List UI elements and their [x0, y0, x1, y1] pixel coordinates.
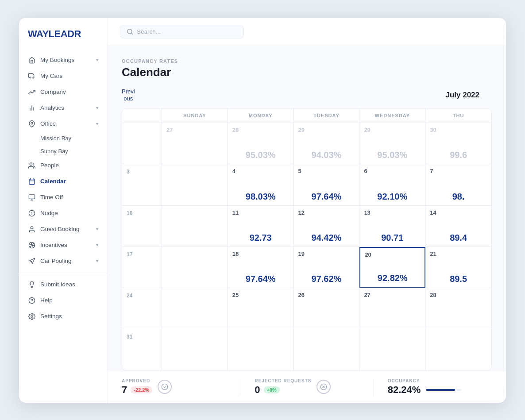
calendar-month-label: July 2022 [445, 91, 479, 100]
day-number: 13 [364, 209, 421, 216]
sidebar-item-my-cars[interactable]: My Cars [19, 68, 107, 84]
occupancy-value: 92.73 [232, 233, 289, 243]
sidebar-label-people: People [40, 162, 59, 169]
cal-cell-mon-w4[interactable]: 18 97.64% [228, 247, 294, 288]
cal-cell-tue-w4[interactable]: 19 97.62% [294, 247, 360, 288]
cal-cell-thu-w1[interactable]: 30 99.6 [425, 123, 491, 164]
week-num-cell-3: 10 [122, 206, 162, 247]
sidebar-item-sunny-bay[interactable]: Sunny Bay [19, 145, 107, 158]
occupancy-value: 95.03% [232, 150, 289, 160]
calendar-nav: Previous July 2022 [122, 88, 492, 103]
cal-cell-sun-w4[interactable] [162, 247, 228, 288]
cal-cell-mon-w1[interactable]: 28 95.03% [228, 123, 294, 164]
cal-cell-thu-w2[interactable]: 7 98. [425, 164, 491, 205]
cal-cell-tue-w3[interactable]: 12 94.42% [294, 206, 360, 247]
search-input[interactable] [137, 28, 237, 35]
week-num-cell-5: 24 [122, 288, 162, 329]
cal-cell-tue-w6[interactable] [294, 329, 360, 370]
occupancy-value: 94.03% [298, 150, 355, 160]
search-bar[interactable] [120, 25, 244, 39]
cal-cell-thu-w6[interactable] [425, 329, 491, 370]
cal-cell-mon-w5[interactable]: 25 [228, 288, 294, 329]
sidebar-label-help: Help [40, 297, 53, 304]
stats-bar: APPROVED 7 -22.2% REJECTED REQUESTS 0 +0 [108, 371, 506, 403]
cal-cell-wed-w1[interactable]: 29 95.03% [359, 123, 425, 164]
rejected-value: 0 [255, 384, 260, 396]
week-row-6: 31 [122, 329, 491, 370]
sidebar-item-help[interactable]: Help [19, 293, 107, 308]
rejected-info: REJECTED REQUESTS 0 +0% [255, 378, 311, 396]
logo-text: WAYLEADR [28, 28, 81, 39]
approved-value-row: 7 -22.2% [122, 384, 152, 396]
sidebar-label-incentives: Incentives [40, 242, 67, 248]
cal-cell-sun-w2[interactable] [162, 164, 228, 205]
week-num-cell-1 [122, 123, 162, 164]
approved-badge: -22.2% [131, 386, 152, 393]
sidebar-divider [19, 273, 107, 273]
sidebar-item-time-off[interactable]: Time Off [19, 189, 107, 205]
sidebar-item-my-bookings[interactable]: My Bookings ▾ [19, 52, 107, 68]
sidebar-item-mission-bay[interactable]: Mission Bay [19, 132, 107, 145]
chevron-down-icon-guest: ▾ [96, 227, 98, 231]
cal-cell-tue-w1[interactable]: 29 94.03% [294, 123, 360, 164]
sidebar-item-settings[interactable]: Settings [19, 308, 107, 324]
cal-cell-wed-w6[interactable] [359, 329, 425, 370]
cal-cell-mon-w2[interactable]: 4 98.03% [228, 164, 294, 205]
occupancy-value: 98. [430, 192, 487, 202]
sidebar-item-calendar[interactable]: Calendar [19, 173, 107, 189]
sidebar-item-people[interactable]: People [19, 158, 107, 173]
sidebar-item-guest-booking[interactable]: Guest Booking ▾ [19, 221, 107, 237]
cal-cell-wed-w2[interactable]: 6 92.10% [359, 164, 425, 205]
day-number: 28 [430, 292, 487, 298]
svg-marker-19 [29, 258, 35, 264]
occupancy-value: 89.5 [430, 274, 487, 284]
approved-value: 7 [122, 384, 127, 396]
guest-icon [28, 225, 36, 233]
location-icon [28, 120, 36, 128]
cal-cell-thu-w4[interactable]: 21 89.5 [425, 247, 491, 288]
top-bar [108, 18, 506, 46]
cal-cell-wed-w3[interactable]: 13 90.71 [359, 206, 425, 247]
sidebar-item-analytics[interactable]: Analytics ▾ [19, 100, 107, 116]
sidebar-item-company[interactable]: Company [19, 84, 107, 100]
svg-point-6 [30, 163, 32, 165]
cal-cell-mon-w6[interactable] [228, 329, 294, 370]
sidebar-item-submit-ideas[interactable]: Submit Ideas [19, 277, 107, 293]
sidebar-item-nudge[interactable]: Nudge [19, 205, 107, 221]
occupancy-value: 90.71 [364, 233, 421, 243]
sidebar-label-settings: Settings [40, 313, 62, 320]
header-wednesday: WEDNESDAY [359, 108, 425, 123]
cal-cell-wed-w5[interactable]: 27 [359, 288, 425, 329]
cal-cell-thu-w3[interactable]: 14 89.4 [425, 206, 491, 247]
sidebar-item-incentives[interactable]: Incentives ▾ [19, 237, 107, 253]
approved-info: APPROVED 7 -22.2% [122, 378, 152, 396]
occupancy-value: 89.4 [430, 233, 487, 243]
settings-icon [28, 312, 36, 320]
time-icon [28, 193, 36, 201]
week-row-4: 17 18 97.64% 19 97.62% 20 [122, 247, 491, 288]
cal-cell-sun-w5[interactable] [162, 288, 228, 329]
day-number: 6 [364, 168, 421, 174]
week-row-2: 3 4 98.03% 5 97.64% 6 92. [122, 164, 491, 205]
cal-cell-thu-w5[interactable]: 28 [425, 288, 491, 329]
bar-chart-icon [28, 104, 36, 112]
previous-button[interactable]: Previous [122, 88, 135, 103]
day-number: 27 [364, 292, 421, 298]
day-number: 4 [232, 168, 289, 174]
occupancy-progress-fill [426, 389, 455, 391]
cal-cell-mon-w3[interactable]: 11 92.73 [228, 206, 294, 247]
cal-cell-wed-w4-today[interactable]: 20 92.82% [359, 247, 425, 288]
day-number: 30 [430, 127, 487, 133]
calendar-body: 27 28 95.03% 29 94.03% 29 95.03% [122, 123, 491, 370]
sidebar-item-office[interactable]: Office ▾ [19, 116, 107, 132]
svg-point-27 [162, 384, 167, 389]
cal-cell-sun-w6[interactable] [162, 329, 228, 370]
occupancy-value: 99.6 [430, 150, 487, 160]
sidebar-item-car-pooling[interactable]: Car Pooling ▾ [19, 253, 107, 269]
cal-cell-sun-w1[interactable]: 27 [162, 123, 228, 164]
cal-cell-tue-w5[interactable]: 26 [294, 288, 360, 329]
chevron-down-icon-carpool: ▾ [96, 258, 98, 263]
day-number: 19 [298, 250, 355, 257]
cal-cell-sun-w3[interactable] [162, 206, 228, 247]
cal-cell-tue-w2[interactable]: 5 97.64% [294, 164, 360, 205]
